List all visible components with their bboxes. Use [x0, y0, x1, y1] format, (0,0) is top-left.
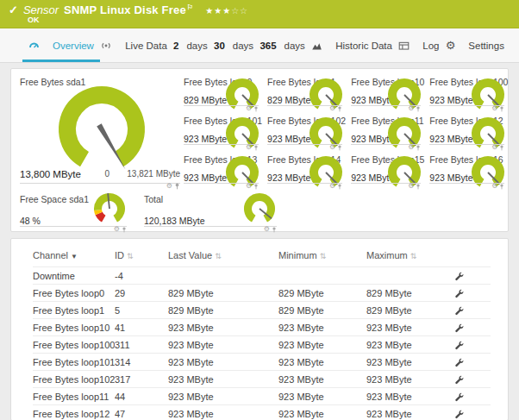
channel-edit-cell[interactable]: [454, 371, 491, 388]
gauge-value: 923 MByte: [184, 134, 227, 144]
gauge-pin-icon[interactable]: [253, 184, 259, 190]
gauge-pin-icon[interactable]: [253, 106, 259, 112]
wrench-icon[interactable]: [454, 272, 464, 281]
gauge-settings-icon[interactable]: ⚙: [264, 226, 270, 233]
wrench-icon[interactable]: [454, 289, 464, 298]
gauge-settings-icon[interactable]: ⚙: [329, 105, 335, 112]
cell-minimum: 923 MByte: [278, 405, 366, 420]
flag-icon[interactable]: ⚐: [187, 3, 193, 11]
gauge-pin-icon[interactable]: [122, 227, 127, 233]
gauge-pin-icon[interactable]: [174, 183, 180, 190]
gauge-settings-icon[interactable]: ⚙: [408, 183, 414, 190]
tab-30-days[interactable]: 30days: [211, 28, 256, 62]
wrench-icon[interactable]: [454, 341, 464, 350]
column-header-channel[interactable]: Channel▼: [33, 246, 115, 267]
gauge-tile[interactable]: Free Bytes loop13 923 MByte ⚙: [184, 152, 262, 190]
gauge-settings-icon[interactable]: ⚙: [491, 183, 497, 190]
gauge-pin-icon[interactable]: [337, 145, 342, 151]
tab-2-days[interactable]: 2days: [171, 28, 210, 62]
gauge-pin-icon[interactable]: [337, 184, 342, 190]
table-row[interactable]: Free Bytes loop12 47 923 MByte 923 MByte…: [33, 405, 491, 420]
channel-edit-cell[interactable]: [454, 302, 491, 319]
gauge-tile[interactable]: Free Bytes loop102 923 MByte ⚙: [267, 113, 346, 151]
table-row[interactable]: Free Bytes loop11 44 923 MByte 923 MByte…: [33, 388, 491, 405]
tab-365-days[interactable]: 365days: [257, 28, 307, 62]
table-row[interactable]: Free Bytes loop100 311 923 MByte 923 MBy…: [33, 336, 491, 354]
tab-overview[interactable]: Overview: [26, 28, 97, 62]
cell-id: -4: [115, 267, 168, 285]
gauge-pin-icon[interactable]: [337, 106, 342, 112]
channel-edit-cell[interactable]: [454, 285, 491, 302]
gauge-pin-icon[interactable]: [499, 184, 504, 190]
cell-id: 314: [115, 354, 168, 371]
total-gauge-tile[interactable]: Total 120,183 MByte ⚙: [144, 191, 280, 233]
gauge-pin-icon[interactable]: [416, 184, 421, 190]
free-space-gauge-tile[interactable]: Free Space sda1 48 % ⚙: [20, 191, 130, 233]
column-header-minimum[interactable]: Minimum⇅: [278, 246, 366, 267]
gauge-settings-icon[interactable]: ⚙: [491, 105, 497, 112]
gauge-settings-icon[interactable]: ⚙: [114, 226, 120, 233]
gauge-settings-icon[interactable]: ⚙: [246, 144, 252, 151]
gauge-settings-icon[interactable]: ⚙: [246, 105, 252, 112]
channel-edit-cell[interactable]: [454, 319, 491, 336]
channel-edit-cell[interactable]: [454, 405, 491, 420]
gauge-pin-icon[interactable]: [253, 145, 259, 151]
wrench-icon[interactable]: [454, 410, 464, 419]
tab-settings[interactable]: ⚙ Settings: [443, 28, 507, 62]
gear-icon: ⚙: [446, 40, 456, 51]
column-header-last-value[interactable]: Last Value⇅: [168, 246, 278, 267]
cell-maximum: 923 MByte: [366, 388, 454, 405]
cell-channel: Downtime: [33, 267, 115, 285]
gauge-tile[interactable]: Free Bytes loop101 923 MByte ⚙: [184, 113, 262, 151]
wrench-icon[interactable]: [454, 375, 464, 385]
gauge-settings-icon[interactable]: ⚙: [246, 183, 252, 190]
wrench-icon[interactable]: [454, 358, 464, 367]
wrench-icon[interactable]: [454, 323, 464, 333]
gauge-pin-icon[interactable]: [499, 106, 504, 112]
gauge-pin-icon[interactable]: [499, 145, 504, 151]
gauge-settings-icon[interactable]: ⚙: [408, 144, 414, 151]
gauge-tile[interactable]: Free Bytes loop100 923 MByte ⚙: [429, 74, 508, 112]
channel-edit-cell[interactable]: [454, 267, 491, 285]
divider: [20, 183, 180, 184]
gauge-tile[interactable]: Free Bytes loop15 923 MByte ⚙: [351, 152, 424, 190]
gauge-pin-icon[interactable]: [416, 106, 421, 112]
object-kind-label: Sensor: [23, 3, 59, 16]
column-header-maximum[interactable]: Maximum⇅: [366, 246, 454, 267]
gauges-panel: Free Bytes sda1 13,800 MByte 0 13,821 MB…: [10, 68, 509, 232]
gauge-tile[interactable]: Free Bytes loop12 923 MByte ⚙: [429, 113, 508, 151]
cell-channel: Free Bytes loop100: [33, 336, 115, 354]
gauge-tile[interactable]: Free Bytes loop11 923 MByte ⚙: [351, 113, 424, 151]
prtg-sensor-page: ✓ Sensor SNMP Linux Disk Free⚐ ★★★☆☆ OK …: [0, 0, 519, 420]
gauge-tile[interactable]: Free Bytes loop0 829 MByte ⚙: [184, 74, 262, 112]
gauge-settings-icon[interactable]: ⚙: [166, 183, 172, 190]
channel-edit-cell[interactable]: [454, 336, 491, 354]
table-row[interactable]: Free Bytes loop101 314 923 MByte 923 MBy…: [33, 354, 491, 371]
table-row[interactable]: Downtime -4: [33, 267, 491, 285]
table-row[interactable]: Free Bytes loop0 29 829 MByte 829 MByte …: [33, 285, 491, 302]
wrench-icon[interactable]: [454, 392, 464, 402]
priority-stars[interactable]: ★★★☆☆: [205, 6, 248, 16]
gauge-settings-icon[interactable]: ⚙: [329, 144, 335, 151]
gauge-pin-icon[interactable]: [272, 227, 277, 233]
tab-log[interactable]: Log: [396, 28, 441, 62]
table-row[interactable]: Free Bytes loop10 41 923 MByte 923 MByte…: [33, 319, 491, 336]
channel-edit-cell[interactable]: [454, 388, 491, 405]
main-gauge-tile[interactable]: Free Bytes sda1 13,800 MByte 0 13,821 MB…: [20, 74, 184, 190]
gauge-pin-icon[interactable]: [416, 145, 421, 151]
channel-edit-cell[interactable]: [454, 354, 491, 371]
gauge-settings-icon[interactable]: ⚙: [329, 183, 335, 190]
gauge-tile[interactable]: Free Bytes loop16 923 MByte ⚙: [429, 152, 508, 190]
tab-live-data[interactable]: Live Data: [97, 28, 170, 62]
tab-historic-data[interactable]: Historic Data: [309, 28, 395, 62]
table-row[interactable]: Free Bytes loop1 5 829 MByte 829 MByte 8…: [33, 302, 491, 319]
gauge-tile[interactable]: Free Bytes loop14 923 MByte ⚙: [267, 152, 346, 190]
wrench-icon[interactable]: [454, 306, 464, 316]
gauge-settings-icon[interactable]: ⚙: [491, 144, 497, 151]
gauge-value: 923 MByte: [184, 172, 227, 183]
gauge-settings-icon[interactable]: ⚙: [408, 105, 414, 112]
table-row[interactable]: Free Bytes loop102 317 923 MByte 923 MBy…: [33, 371, 491, 388]
gauge-tile[interactable]: Free Bytes loop10 923 MByte ⚙: [351, 74, 424, 112]
column-header-id[interactable]: ID⇅: [115, 246, 168, 267]
gauge-tile[interactable]: Free Bytes loop1 829 MByte ⚙: [267, 74, 346, 112]
